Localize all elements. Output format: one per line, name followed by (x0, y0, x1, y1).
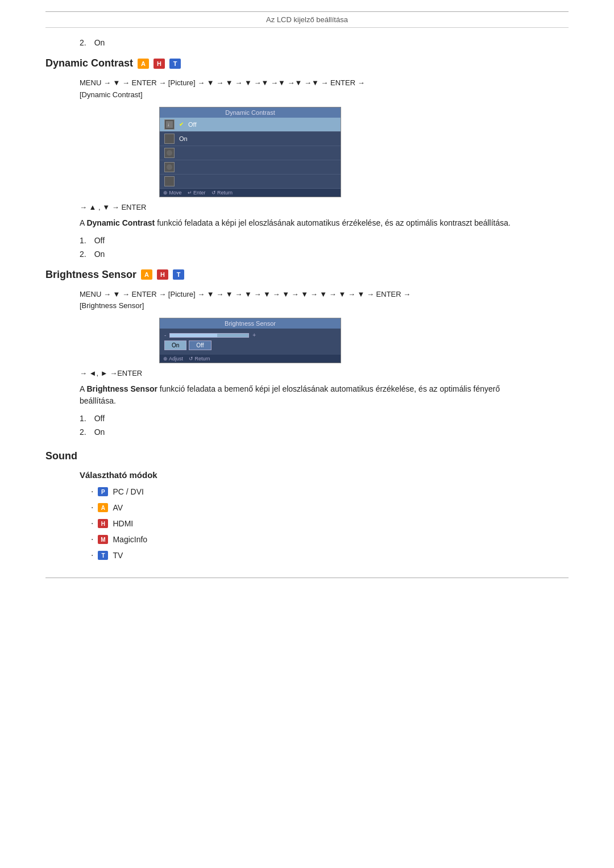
item-2-num: 2. (80, 38, 86, 47)
dc-desc-suffix: funkció feladata a képi jel eloszlásának… (155, 218, 511, 227)
bullet-dot-pc: · (91, 487, 93, 497)
dc-option-off: ↓ ✔ Off (160, 118, 341, 132)
dynamic-contrast-menu-path: MENU → ▼ → ENTER → [Picture] → ▼ → ▼ → ▼… (80, 77, 569, 101)
dc-opt2-num: 2. (80, 250, 86, 259)
dc-menu-path-1: MENU → ▼ → ENTER → [Picture] → ▼ → ▼ → ▼… (80, 78, 365, 87)
bs-btn-on[interactable]: On (164, 340, 186, 350)
sound-item-pc: · P PC / DVI (91, 487, 569, 497)
brightness-sensor-mockup: Brightness Sensor - + On Off ⊕ Adjust ↺ … (159, 318, 341, 363)
bs-footer-adjust: ⊕ Adjust (163, 356, 183, 362)
dc-icon-2 (164, 134, 175, 144)
item-2-value: On (94, 38, 105, 47)
badge-a-dynamic: A (138, 59, 149, 69)
dc-label-on: On (179, 135, 336, 142)
dc-arrow-instruction: → ▲ , ▼ → ENTER (80, 203, 569, 211)
dc-opt1-num: 1. (80, 236, 86, 245)
bs-opt1-num: 1. (80, 414, 86, 423)
bs-slider-row: - + (164, 332, 336, 338)
dc-opt1-val: Off (94, 236, 105, 245)
sound-item-magicinfo: · M MagicInfo (91, 534, 569, 545)
dynamic-contrast-title: Dynamic Contrast (45, 57, 133, 69)
bottom-rule (45, 578, 569, 578)
dc-row-3 (160, 146, 341, 160)
sound-label-magicinfo: MagicInfo (113, 535, 147, 544)
sound-label-tv: TV (113, 551, 123, 560)
dc-icon-4 (164, 162, 175, 172)
brightness-sensor-title: Brightness Sensor (45, 269, 136, 281)
dc-option-on: On (160, 132, 341, 146)
bs-description: A Brightness Sensor funkció feladata a b… (80, 383, 534, 407)
bs-arrow-instruction: → ◄, ► →ENTER (80, 369, 569, 377)
dc-description: A Dynamic Contrast funkció feladata a ké… (80, 217, 534, 229)
dc-mockup-footer: ⊕ Move ↵ Enter ↺ Return (160, 189, 341, 197)
bs-desc-prefix: A (80, 384, 86, 393)
sound-label-av: AV (113, 503, 123, 512)
bs-mockup-title: Brightness Sensor (160, 318, 341, 329)
badge-m-sound: M (98, 535, 108, 544)
badge-h-sound: H (98, 519, 108, 528)
dc-opt2-val: On (94, 250, 105, 259)
dc-mockup-title: Dynamic Contrast (160, 107, 341, 118)
dc-label-off: Off (188, 121, 336, 128)
dc-desc-prefix: A (80, 218, 86, 227)
dc-footer-enter: ↵ Enter (188, 190, 206, 196)
page-header: Az LCD kijelző beállítása (45, 15, 569, 28)
sound-label-pc: PC / DVI (113, 487, 143, 496)
bs-menu-path-1: MENU → ▼ → ENTER → [Picture] → ▼ → ▼ → ▼… (80, 290, 410, 298)
dynamic-contrast-mockup: Dynamic Contrast ↓ ✔ Off On (159, 107, 341, 197)
bullet-dot-tv: · (91, 550, 93, 560)
badge-t-dynamic: T (169, 59, 181, 69)
dc-desc-bold: Dynamic Contrast (86, 218, 155, 227)
bullet-dot-magicinfo: · (91, 534, 93, 545)
badge-h-bs: H (157, 269, 168, 280)
header-title: Az LCD kijelző beállítása (266, 15, 348, 24)
bs-option-1: 1. Off (80, 414, 569, 423)
sound-label-hdmi: HDMI (113, 519, 133, 528)
bs-footer: ⊕ Adjust ↺ Return (160, 355, 341, 363)
dc-check-off: ✔ (179, 121, 184, 127)
bs-buttons: On Off (164, 340, 336, 350)
svg-rect-5 (166, 178, 173, 185)
bs-opt2-val: On (94, 427, 105, 437)
bs-opt2-num: 2. (80, 427, 86, 437)
badge-a-sound: A (98, 503, 108, 512)
dc-option-2: 2. On (80, 250, 569, 259)
bs-menu-path: MENU → ▼ → ENTER → [Picture] → ▼ → ▼ → ▼… (80, 289, 569, 313)
badge-t-sound: T (98, 551, 108, 560)
bs-minus: - (164, 332, 166, 338)
badge-p-sound: P (98, 487, 108, 496)
dc-row-5 (160, 175, 341, 189)
bs-desc-bold: Brightness Sensor (86, 384, 157, 393)
svg-point-3 (167, 150, 172, 156)
dc-footer-move: ⊕ Move (163, 190, 182, 196)
sound-sub-heading: Választható módok (80, 470, 569, 480)
bs-menu-path-2: [Brightness Sensor] (80, 301, 144, 310)
page-container: Az LCD kijelző beállítása 2. On Dynamic … (0, 0, 614, 601)
dc-icon-1: ↓ (164, 119, 175, 130)
bs-opt1-val: Off (94, 414, 105, 423)
bs-plus: + (252, 332, 256, 338)
dc-row-4 (160, 160, 341, 175)
sound-item-hdmi: · H HDMI (91, 518, 569, 529)
sound-heading: Sound (45, 450, 569, 462)
sound-item-tv: · T TV (91, 550, 569, 560)
dc-option-1: 1. Off (80, 236, 569, 245)
dc-icon-5 (164, 176, 175, 186)
svg-text:↓: ↓ (167, 122, 169, 127)
bs-btn-off[interactable]: Off (189, 340, 211, 350)
svg-rect-2 (166, 135, 173, 142)
bs-slider (169, 333, 249, 338)
brightness-sensor-heading: Brightness Sensor A H T (45, 269, 569, 281)
bullet-dot-av: · (91, 502, 93, 513)
dc-menu-path-2: [Dynamic Contrast] (80, 90, 143, 99)
bs-mockup-body: - + On Off (160, 329, 341, 355)
badge-a-bs: A (141, 269, 152, 280)
item-2-on: 2. On (80, 38, 569, 47)
sound-item-av: · A AV (91, 502, 569, 513)
badge-t-bs: T (173, 269, 184, 280)
badge-h-dynamic: H (154, 59, 165, 69)
dc-mockup-body: ↓ ✔ Off On (160, 118, 341, 189)
bs-footer-return: ↺ Return (189, 356, 210, 362)
bs-option-2: 2. On (80, 427, 569, 437)
bullet-dot-hdmi: · (91, 518, 93, 529)
